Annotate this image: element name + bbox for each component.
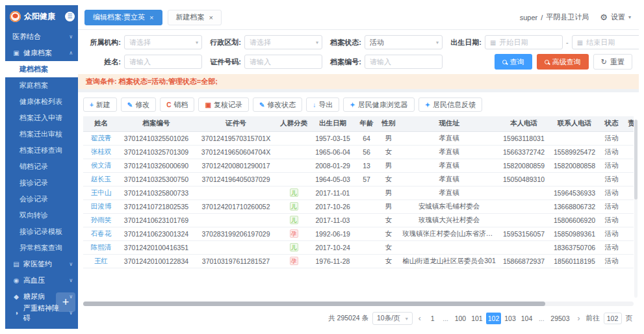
sidebar-item[interactable]: 医养结合 ∨ <box>5 29 78 45</box>
logo-row: 众阳健康 ☰ <box>5 5 78 27</box>
table-row[interactable]: 侯文清 37012410326000690 370124200801290017… <box>83 159 634 172</box>
contact-phone-cell: 13668806732 <box>550 199 599 213</box>
sidebar-item[interactable]: 档案迁移查询 <box>5 142 78 159</box>
next-page-button[interactable]: › <box>576 314 582 323</box>
menu-item-icon: ◆ <box>12 293 20 300</box>
user-area: super / 平阴县卫计局 ⚙ 设置 ▾ <box>520 12 631 22</box>
toolbar-button[interactable]: ↓ 导出 <box>306 97 339 112</box>
sidebar-item[interactable]: 会诊记录 <box>5 191 78 207</box>
toolbar-button[interactable]: C 销档 <box>160 97 194 112</box>
floating-plus-button[interactable]: + <box>56 292 75 312</box>
table-row[interactable]: 陈熙清 37012420100416351 儿 2017-10-24 女 183… <box>83 240 634 254</box>
sidebar-item[interactable]: 家庭档案 <box>5 77 78 94</box>
sidebar-item[interactable]: ◉ 高血压 ∨ <box>5 272 78 289</box>
page-number-button[interactable]: 100 <box>453 313 469 324</box>
status-label: 档案状态: <box>325 38 361 47</box>
page-number-button[interactable]: 104 <box>519 313 535 324</box>
toolbar-button[interactable]: ✎ 修改 <box>121 97 156 112</box>
table-row[interactable]: 王中山 37012410325800733 儿 2017-11-01 男 孝直镇… <box>83 186 634 199</box>
sidebar-item[interactable]: 档案迁入申请 <box>5 110 78 126</box>
table-row[interactable]: 石春花 37012410623001324 370283199206197029… <box>83 227 634 240</box>
patient-name-link[interactable]: 王中山 <box>91 188 112 196</box>
address-cell <box>400 240 498 254</box>
page-number-button[interactable]: 102 <box>486 313 502 324</box>
status-select[interactable]: 活动 ▾ <box>365 35 443 49</box>
goto-page-input[interactable] <box>604 313 622 324</box>
document-tab[interactable]: 新建档案 × <box>168 10 222 25</box>
sidebar-item[interactable]: 接诊记录 <box>5 175 78 191</box>
sidebar: 众阳健康 ☰ 医养结合 ∨ ▣ 健康档案 ∧ 建档档案 <box>5 5 78 329</box>
table-row[interactable]: 翟茂青 37012410325501026 37012419570315701X… <box>83 131 634 145</box>
column-header: 性别 <box>377 116 400 131</box>
settings-menu[interactable]: 设置 <box>611 12 625 22</box>
sidebar-item[interactable]: 档案迁出审核 <box>5 126 78 142</box>
cert-no-cell <box>194 186 278 199</box>
page-number-button[interactable]: 1 <box>427 313 439 324</box>
doctor-cell <box>624 254 634 268</box>
sidebar-item[interactable]: 接诊记录模板 <box>5 224 78 240</box>
sidebar-item[interactable]: 异常档案查询 <box>5 240 78 256</box>
column-header: 档案编号 <box>119 116 194 131</box>
toolbar-button[interactable]: ✦ 居民信息反馈 <box>419 97 482 112</box>
search-button[interactable]: 查询 <box>495 54 532 70</box>
close-tab-icon[interactable]: × <box>149 14 153 21</box>
sidebar-collapse-icon[interactable]: ☰ <box>65 12 75 21</box>
name-input[interactable] <box>124 55 202 69</box>
patient-name-link[interactable]: 田浚博 <box>91 202 112 210</box>
page-number-button[interactable]: ... <box>535 313 547 324</box>
sidebar-item[interactable]: 健康体检列表 <box>5 94 78 110</box>
toolbar-button[interactable]: ▣ 复核记录 <box>198 97 248 112</box>
prev-page-button[interactable]: ‹ <box>417 314 423 323</box>
column-header: 年龄 <box>356 116 377 131</box>
sidebar-item[interactable]: 建档档案 <box>5 61 78 77</box>
chevron-down-icon: ▾ <box>406 316 408 322</box>
sidebar-item[interactable]: 双向转诊 <box>5 207 78 224</box>
table-row[interactable]: 田浚博 37012410721802535 370124201710260052… <box>83 199 634 213</box>
menu-item-icon: ▤ <box>12 261 20 268</box>
category-cell: 儿 <box>278 199 309 213</box>
document-tab[interactable]: 编辑档案:贾立英 × <box>84 10 162 25</box>
name-label: 姓名: <box>84 57 121 67</box>
sidebar-item[interactable]: ▤ 家医签约 ∨ <box>5 256 78 272</box>
cert-no-cell <box>194 240 278 254</box>
birth-start-input[interactable]: ▦ 开始日期 <box>485 35 563 49</box>
cert-input[interactable] <box>244 55 322 69</box>
gear-icon[interactable]: ⚙ <box>600 12 608 22</box>
vertical-scrollbar-thumb[interactable] <box>634 120 638 199</box>
patient-name-link[interactable]: 王红 <box>94 257 108 264</box>
patient-name-link[interactable]: 陈熙清 <box>91 243 112 251</box>
patient-name-link[interactable]: 石春花 <box>91 229 112 237</box>
org-select[interactable]: 请选择 ▾ <box>124 35 202 49</box>
page-number-button[interactable]: 29503 <box>548 313 571 324</box>
table-row[interactable]: 赵长玉 37012410325300750 370124196405037029… <box>83 172 634 186</box>
patient-name-link[interactable]: 张桂双 <box>91 148 112 155</box>
toolbar-button[interactable]: ✦ 居民健康浏览器 <box>343 97 414 112</box>
sidebar-item[interactable]: ▣ 健康档案 ∧ <box>5 45 78 61</box>
table-row[interactable]: 王红 37012420100122834 370103197611281527 … <box>83 254 634 268</box>
sidebar-item[interactable]: 销档记录 <box>5 159 78 175</box>
patient-name-link[interactable]: 侯文清 <box>91 161 112 169</box>
patient-name-link[interactable]: 孙雨笑 <box>91 216 112 224</box>
toolbar-button-icon: ✦ <box>350 101 355 109</box>
close-tab-icon[interactable]: × <box>209 14 213 21</box>
region-select[interactable]: 请选择 ▾ <box>244 35 322 49</box>
table-row[interactable]: 张桂双 37012410325701309 37012419650604704X… <box>83 145 634 159</box>
page-number-button[interactable]: 103 <box>502 313 518 324</box>
page-number-button[interactable]: 101 <box>469 313 485 324</box>
toolbar-button[interactable]: ✎ 修改状态 <box>253 97 302 112</box>
goto-suffix: 页 <box>626 314 633 323</box>
table-row[interactable]: 孙雨笑 37012410623101769 儿 2017-11-03 女 玫瑰镇… <box>83 213 634 227</box>
birth-end-input[interactable]: ▦ 结束日期 <box>572 35 639 49</box>
advanced-search-button[interactable]: 高级查询 <box>537 54 589 70</box>
page-size-select[interactable]: 10条/页 ▾ <box>372 312 413 325</box>
chevron-icon: ∨ <box>69 34 73 40</box>
toolbar-button-icon: ▣ <box>205 101 211 109</box>
menu-item-icon: ◑ <box>12 309 20 316</box>
horizontal-scrollbar-thumb[interactable] <box>83 302 545 306</box>
page-number-button[interactable]: ... <box>440 313 452 324</box>
patient-name-link[interactable]: 翟茂青 <box>91 134 112 142</box>
archive-input[interactable] <box>365 55 443 69</box>
patient-name-link[interactable]: 赵长玉 <box>91 175 112 183</box>
toolbar-button[interactable]: + 新建 <box>83 97 117 112</box>
reset-button[interactable]: ↻ 重置 <box>593 54 632 70</box>
